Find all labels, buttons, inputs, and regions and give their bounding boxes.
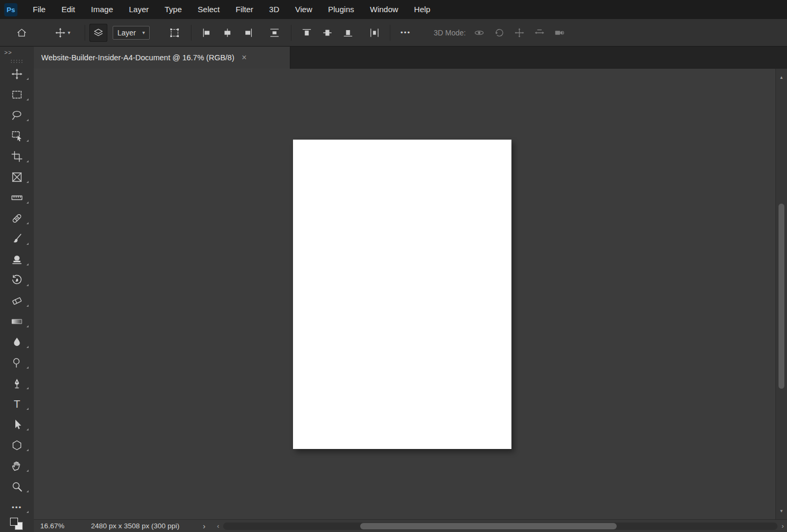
3d-slide-button[interactable] [530,24,548,42]
menu-item-edit[interactable]: Edit [53,0,83,19]
history-brush-icon [11,274,23,287]
toolbar-grip[interactable] [10,59,24,63]
home-button[interactable] [13,24,31,42]
rectangular-marquee-tool[interactable] [0,88,34,101]
flyout-corner [26,201,29,204]
menu-item-plugins[interactable]: Plugins [320,0,362,19]
menu-item-layer[interactable]: Layer [121,0,157,19]
document-tab-bar: Website-Builder-Insider-A4-Document @ 16… [34,47,787,69]
menu-item-help[interactable]: Help [406,0,438,19]
flyout-corner [26,140,29,142]
document-tab[interactable]: Website-Builder-Insider-A4-Document @ 16… [34,47,290,69]
photoshop-logo-icon: Ps [4,3,17,16]
flyout-corner [26,408,29,410]
horizontal-scrollbar-thumb[interactable] [360,523,617,529]
drop-icon [11,336,23,348]
eraser-icon [11,295,23,307]
gradient-tool[interactable] [0,315,34,328]
menu-item-select[interactable]: Select [190,0,228,19]
tools-panel: >> T••• [0,47,34,532]
3d-pan-button[interactable] [510,24,528,42]
flyout-corner [26,325,29,327]
hand-tool[interactable] [0,460,34,472]
show-transform-controls-toggle[interactable] [166,24,184,42]
ruler-tool[interactable] [0,191,34,204]
scroll-left-arrow-icon[interactable]: ‹ [214,522,222,530]
3d-orbit-button[interactable] [470,24,488,42]
zoom-tool[interactable] [0,480,34,493]
dodge-icon [11,356,23,369]
frame-tool[interactable] [0,171,34,184]
tab-close-icon[interactable]: × [242,54,246,61]
flyout-corner [26,387,29,389]
vertical-scrollbar[interactable]: ▲ ▼ [775,69,787,519]
align-vertical-centers-icon [322,27,333,39]
scroll-down-arrow-icon[interactable]: ▼ [776,507,787,515]
align-vertical-centers-button[interactable] [318,24,336,42]
menu-item-file[interactable]: File [25,0,53,19]
distribute-vertical-icon [269,27,280,39]
document-page[interactable] [293,140,511,449]
menu-item-type[interactable]: Type [157,0,190,19]
align-bottom-button[interactable] [339,24,357,42]
separator [191,25,191,41]
document-tab-title: Website-Builder-Insider-A4-Document @ 16… [41,53,234,62]
align-options-button[interactable]: ••• [397,24,415,42]
ruler-icon [11,191,23,204]
menu-item-window[interactable]: Window [362,0,406,19]
spot-healing-brush-tool[interactable] [0,212,34,225]
horizontal-scrollbar-track[interactable] [223,522,777,530]
foreground-color-swatch[interactable] [10,518,18,526]
move-icon [54,27,66,39]
type-tool[interactable]: T [0,398,34,410]
align-top-button[interactable] [298,24,316,42]
menu-item-filter[interactable]: Filter [228,0,261,19]
stamp-icon [11,253,23,266]
canvas-area[interactable] [34,69,775,519]
menu-item-3d[interactable]: 3D [261,0,287,19]
crop-tool[interactable] [0,150,34,163]
3d-dolly-button[interactable] [551,24,569,42]
align-right-button[interactable] [239,24,257,42]
align-left-button[interactable] [198,24,216,42]
status-popup-chevron-icon[interactable]: › [203,521,205,530]
align-bottom-icon [342,27,354,39]
path-selection-tool[interactable] [0,418,34,431]
edit-toolbar-button[interactable]: ••• [0,501,34,513]
object-selection-tool[interactable] [0,130,34,142]
auto-select-target-dropdown[interactable]: Layer ▾ [113,26,150,40]
align-right-icon [242,27,254,39]
history-brush-tool[interactable] [0,274,34,287]
pen-tool[interactable] [0,377,34,390]
expand-toolbar-button[interactable]: >> [0,47,12,58]
document-info[interactable]: 2480 px x 3508 px (300 ppi) [91,522,179,530]
flyout-corner [26,366,29,369]
flyout-corner [26,428,29,430]
vertical-scrollbar-thumb[interactable] [779,204,784,389]
menu-item-image[interactable]: Image [83,0,121,19]
frame-icon [11,171,23,184]
shape-tool[interactable] [0,439,34,452]
dropdown-value: Layer [117,29,136,37]
scroll-up-arrow-icon[interactable]: ▲ [776,73,787,81]
3d-roll-icon [493,27,505,39]
blur-tool[interactable] [0,336,34,348]
align-horizontal-centers-button[interactable] [218,24,236,42]
tool-preset-button[interactable]: ▾ [49,24,76,42]
menu-item-view[interactable]: View [287,0,320,19]
dodge-tool[interactable] [0,356,34,369]
flyout-corner [26,119,29,121]
distribute-vertical-button[interactable] [266,24,283,42]
horizontal-scrollbar[interactable]: ‹ › [214,520,787,532]
eraser-tool[interactable] [0,295,34,307]
clone-stamp-tool[interactable] [0,253,34,266]
move-tool[interactable] [0,68,34,80]
zoom-level-field[interactable]: 16.67% [40,522,71,530]
3d-roll-button[interactable] [490,24,508,42]
auto-select-toggle[interactable] [89,24,107,42]
move-icon [11,68,23,80]
distribute-horizontal-button[interactable] [365,24,383,42]
scroll-right-arrow-icon[interactable]: › [779,522,787,530]
lasso-tool[interactable] [0,109,34,122]
brush-tool[interactable] [0,233,34,245]
